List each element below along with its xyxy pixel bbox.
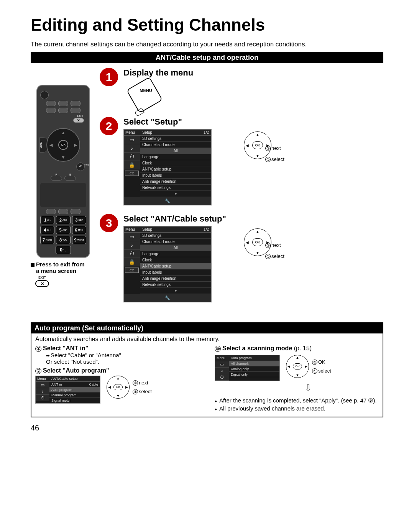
remote-small-btn[interactable] — [71, 108, 80, 113]
section-bar: ANT/Cable setup and operation — [31, 52, 383, 63]
hand-icon — [135, 108, 145, 117]
keypad-9[interactable]: 9WXYZ — [72, 236, 86, 244]
menu-item: Channel surf mode — [140, 239, 211, 245]
down-arrow-icon[interactable]: ▼ — [61, 155, 66, 159]
more-indicator: ▾ — [140, 191, 211, 197]
substep-2: ②Select "Auto program" — [35, 367, 199, 374]
step-2-badge: 2 — [100, 117, 118, 135]
remote-control: EXIT ✕ MENU ▲ ◀ ▶ ▼ OK RETURN ↶ R — [36, 85, 90, 258]
menu-item: Language — [140, 154, 211, 160]
keypad-0[interactable]: 0- . — [56, 246, 71, 254]
exit-button[interactable]: ✕ — [73, 118, 84, 123]
menu-item: All — [140, 245, 211, 251]
remote-small-btn[interactable] — [46, 108, 56, 113]
auto-intro: Automatically searches and adds availabl… — [35, 336, 379, 343]
dpad-diagram: ▲ ◀ ▶ ▼ OK ②next ①select — [231, 228, 284, 264]
auto-program-header: Auto program (Set automatically) — [31, 323, 383, 333]
down-arrow-icon: ⇩ — [238, 383, 379, 393]
substep-1-body: Select "Cable" or "Antenna"Or select "No… — [46, 352, 199, 365]
press-exit-label: Press to exit from — [31, 261, 96, 268]
cc-icon: CC — [125, 268, 139, 273]
dpad-diagram-small: ▲ ◀ ▶ ▼ OK — [286, 355, 309, 378]
keypad-3[interactable]: 3DEF — [72, 216, 86, 224]
list-item: Signal meter — [49, 398, 100, 403]
intro-text: The current channel settings can be chan… — [31, 41, 383, 48]
remote-small-btn[interactable] — [71, 101, 80, 106]
timer-icon: ⏱ — [124, 250, 140, 258]
page-title: Editing and Setting Channels — [31, 15, 383, 34]
menu-item: Network settings — [140, 185, 211, 191]
dpad-diagram-small: ▲ ◀ ▶ ▼ OK — [107, 376, 130, 399]
picture-icon: ▭ — [215, 361, 229, 368]
keypad-7[interactable]: 7PQRS — [40, 236, 54, 244]
remote-small-btn[interactable] — [58, 108, 68, 113]
r-label: R — [51, 173, 62, 176]
menu-item: Input labels — [140, 172, 211, 179]
lock-icon: 🔒 — [124, 161, 140, 169]
red-button[interactable] — [51, 176, 62, 181]
timer-icon: ⏱ — [215, 374, 229, 381]
picture-icon: ▭ — [36, 382, 49, 388]
step-3-badge: 3 — [100, 214, 118, 232]
list-item: Analog only — [229, 366, 279, 372]
return-button[interactable]: ↶ — [76, 163, 85, 171]
list-item: Digital only — [229, 372, 279, 377]
left-arrow-icon[interactable]: ◀ — [49, 143, 53, 148]
setup-menu-screenshot: Menu ▭ ♪ ⏱ 🔒 CC Setup1/2 3D settings Cha… — [123, 129, 212, 205]
ant-cable-menu-screenshot: Menu ▭ ♪ ⏱ 🔒 CC Setup1/2 3D settings Cha… — [123, 226, 212, 302]
keypad-2[interactable]: 2ABC — [56, 216, 70, 224]
remote-blank-area — [40, 183, 86, 207]
step-2-title: Select "Setup" — [123, 117, 383, 127]
menu-item: Clock — [140, 257, 211, 263]
menu-item: Channel surf mode — [140, 142, 211, 148]
menu-item: ANT/Cable setup — [140, 166, 211, 172]
timer-icon: ⏱ — [36, 395, 49, 401]
menu-item: All — [140, 148, 211, 154]
exit-key-icon[interactable]: ✕ — [35, 280, 49, 287]
right-arrow-icon[interactable]: ▶ — [74, 143, 77, 148]
timer-icon: ⏱ — [124, 153, 140, 161]
menu-button-illustration: MENU — [126, 77, 163, 113]
picture-icon: ▭ — [124, 233, 140, 241]
menu-item: Anti image retention — [140, 276, 211, 282]
menu-item: Network settings — [140, 282, 211, 288]
list-item-highlighted: All channels — [229, 361, 279, 366]
exit-label: EXIT — [40, 115, 83, 117]
menu-item: Language — [140, 251, 211, 257]
step-3-title: Select "ANT/Cable setup" — [123, 214, 383, 224]
cc-icon: CC — [125, 171, 139, 176]
exit-key-label: EXIT — [31, 276, 54, 279]
remote-small-btn[interactable] — [71, 209, 80, 214]
menu-item-highlighted: ANT/Cable setup — [140, 263, 211, 269]
notes-list: After the scanning is completed, select … — [215, 397, 379, 412]
keypad-6[interactable]: 6MNO — [72, 226, 86, 234]
list-item-highlighted: Auto program — [49, 387, 100, 392]
substep-3: ③Select a scanning mode (p. 15) — [215, 345, 379, 352]
g-label: G — [64, 173, 76, 176]
list-item: ANT inCable — [49, 382, 100, 387]
ok-button[interactable]: OK — [58, 140, 68, 150]
keypad-4[interactable]: 4GHI — [40, 226, 54, 234]
remote-small-btn[interactable] — [46, 101, 56, 106]
menu-item: 3D settings — [140, 233, 211, 239]
remote-small-btn[interactable] — [58, 101, 68, 106]
keypad-8[interactable]: 8TUV — [56, 236, 70, 244]
step-1-title: Display the menu — [123, 68, 383, 78]
auto-program-menu: Menu ▭ ♪ ⏱ Auto program All channels Ana… — [215, 355, 280, 381]
wrench-icon: 🔧 — [124, 294, 211, 302]
wrench-icon: 🔧 — [124, 197, 211, 205]
remote-small-btn[interactable] — [46, 209, 56, 214]
keypad-1[interactable]: 1@ . — [40, 216, 54, 224]
dpad[interactable]: ▲ ◀ ▶ ▼ OK — [46, 128, 80, 162]
lock-icon: 🔒 — [124, 258, 140, 266]
up-arrow-icon[interactable]: ▲ — [61, 130, 66, 135]
green-button[interactable] — [64, 176, 76, 181]
remote-small-btn[interactable] — [58, 209, 68, 214]
page-number: 46 — [31, 424, 383, 432]
auto-program-section: Auto program (Set automatically) Automat… — [31, 322, 383, 417]
power-button[interactable] — [40, 91, 49, 99]
picture-icon: ▭ — [124, 136, 140, 144]
arrow-right-icon — [46, 352, 51, 356]
keypad-5[interactable]: 5JKL* — [56, 226, 70, 234]
step-1-badge: 1 — [100, 68, 118, 86]
